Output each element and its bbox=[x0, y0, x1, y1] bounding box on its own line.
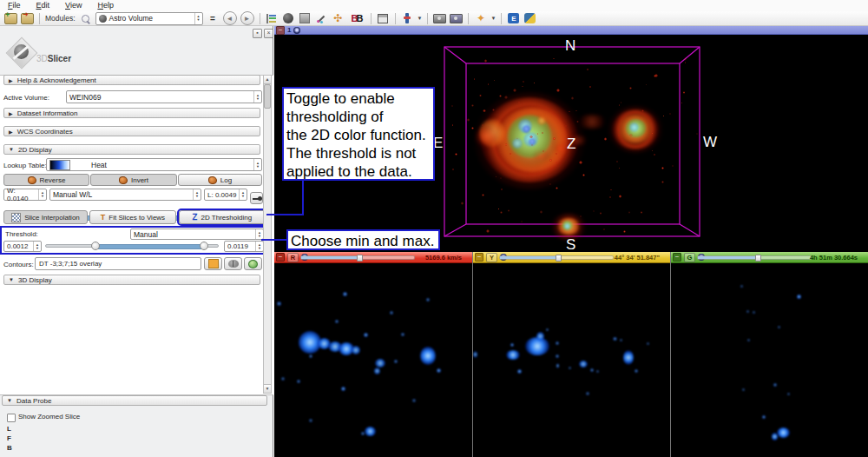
sparkle-icon[interactable]: ✦ bbox=[474, 13, 487, 24]
close-panel-icon[interactable]: × bbox=[264, 29, 273, 38]
log-icon bbox=[208, 176, 217, 184]
crosshair-slider-icon[interactable] bbox=[401, 13, 414, 24]
blob bbox=[309, 419, 312, 422]
noise-dot bbox=[471, 127, 474, 129]
save-data-icon[interactable]: ➜ bbox=[21, 13, 34, 24]
threshold-min-spinbox[interactable]: 0.0012 ▲▼ bbox=[3, 241, 42, 252]
slice-green-header[interactable]: – G 4h 51m 30.664s bbox=[671, 252, 868, 263]
show-zoomed-slice-checkbox[interactable] bbox=[7, 414, 16, 422]
contour-color-button[interactable] bbox=[204, 257, 222, 270]
markups-icon[interactable]: BB bbox=[348, 13, 365, 24]
contour-brain-button[interactable] bbox=[224, 257, 242, 270]
slider-handle[interactable] bbox=[357, 255, 363, 262]
threshold-mode-selector[interactable]: Manual ▲▼ bbox=[130, 228, 264, 240]
slice-green-viewport[interactable] bbox=[671, 263, 868, 457]
chevron-down-icon[interactable]: ▼ bbox=[418, 16, 423, 21]
log-button[interactable]: Log bbox=[178, 174, 262, 186]
active-volume-arrows[interactable]: ▲▼ bbox=[253, 91, 261, 103]
slice-interpolation-button[interactable]: Slice Interpolation bbox=[3, 210, 88, 224]
extension-manager-icon[interactable]: E bbox=[507, 13, 520, 24]
pin-button[interactable] bbox=[250, 192, 263, 204]
add-data-icon[interactable]: + bbox=[4, 13, 17, 24]
active-volume-selector[interactable]: WEIN069 ▲▼ bbox=[66, 90, 262, 103]
pin-panel-icon[interactable]: ▪ bbox=[253, 29, 262, 38]
slider-handle[interactable] bbox=[755, 255, 761, 262]
volumes-icon[interactable] bbox=[299, 13, 312, 24]
collapse-view-icon[interactable]: – bbox=[276, 253, 285, 262]
blob bbox=[773, 383, 777, 387]
module-selector-arrows[interactable]: ▲▼ bbox=[194, 13, 202, 24]
fit-slices-button[interactable]: T Fit Slices to Views bbox=[89, 210, 176, 224]
section-wcs-coordinates[interactable]: ▶ WCS Coordinates bbox=[3, 126, 260, 136]
menu-help[interactable]: Help bbox=[89, 0, 122, 10]
extensions-icon[interactable]: ✣ bbox=[332, 13, 345, 24]
slice-green-slider[interactable] bbox=[697, 255, 812, 260]
section-help-acknowledgement[interactable]: ▶ Help & Acknowledgement bbox=[3, 75, 260, 85]
noise-dot bbox=[504, 96, 508, 99]
invert-button[interactable]: Invert bbox=[90, 174, 177, 186]
volume-rendering-icon[interactable] bbox=[282, 13, 295, 24]
contour-sphere-button[interactable] bbox=[244, 257, 262, 270]
slice-yellow-viewport[interactable] bbox=[473, 263, 670, 457]
collapse-view-icon[interactable]: – bbox=[673, 253, 681, 262]
section-2d-display[interactable]: ▼ 2D Display bbox=[3, 144, 260, 155]
scrollbar-thumb[interactable] bbox=[264, 84, 271, 109]
invert-icon bbox=[119, 176, 128, 184]
layout-icon[interactable] bbox=[377, 13, 390, 24]
menu-view[interactable]: View bbox=[57, 0, 89, 10]
visibility-eye-icon[interactable] bbox=[293, 27, 300, 34]
slice-yellow-header[interactable]: – Y 44° 34' 51.847" bbox=[473, 252, 670, 263]
history-back-icon[interactable]: ◄ bbox=[223, 11, 237, 25]
blob bbox=[647, 342, 649, 345]
view3d-header[interactable]: – 1 bbox=[274, 26, 868, 35]
threshold-range-slider[interactable] bbox=[45, 244, 219, 248]
scroll-up-icon[interactable]: ▲ bbox=[264, 76, 271, 84]
collapse-view-icon[interactable]: – bbox=[276, 26, 285, 35]
2d-thresholding-button[interactable]: Ꮓ 2D Thresholding bbox=[179, 210, 266, 224]
slice-yellow-slider[interactable] bbox=[499, 255, 614, 260]
python-console-icon[interactable] bbox=[523, 13, 536, 24]
blob bbox=[390, 311, 393, 315]
threshold-max-spinbox[interactable]: 0.0119 ▲▼ bbox=[224, 241, 264, 252]
section-data-probe[interactable]: ▼ Data Probe bbox=[2, 395, 267, 406]
threshold-handle-max[interactable] bbox=[200, 242, 208, 250]
slice-red-slider[interactable] bbox=[300, 255, 415, 260]
menu-file[interactable]: File bbox=[0, 0, 29, 10]
segment-editor-icon[interactable] bbox=[315, 13, 328, 24]
history-forward-icon[interactable]: ► bbox=[240, 11, 254, 25]
noise-dot bbox=[486, 229, 490, 233]
slice-red-header[interactable]: – R 5169.6 km/s bbox=[274, 252, 472, 263]
invert-label: Invert bbox=[131, 176, 148, 184]
slice-view-green[interactable]: – G 4h 51m 30.664s bbox=[670, 252, 868, 457]
scene-capture-icon[interactable] bbox=[450, 13, 463, 24]
reverse-button[interactable]: Reverse bbox=[3, 174, 89, 186]
slice-view-red[interactable]: – R 5169.6 km/s bbox=[274, 252, 472, 457]
toolbar-separator bbox=[427, 13, 428, 24]
module-selector[interactable]: Astro Volume ▲▼ bbox=[95, 12, 203, 25]
collapse-view-icon[interactable]: – bbox=[475, 253, 483, 262]
modules-search-icon[interactable] bbox=[79, 13, 92, 24]
fit-slices-label: Fit Slices to Views bbox=[108, 214, 165, 222]
orientation-label-s: S bbox=[566, 236, 575, 252]
lookup-table-arrows[interactable]: ▲▼ bbox=[253, 159, 261, 170]
slice-view-yellow[interactable]: – Y 44° 34' 51.847" bbox=[472, 252, 670, 457]
section-3d-display[interactable]: ▼ 3D Display bbox=[3, 275, 260, 285]
contours-input[interactable]: DT -3;3;7;15 overlay bbox=[35, 257, 201, 270]
scroll-down-icon[interactable]: ▼ bbox=[264, 384, 271, 393]
toolbar-menu-icon[interactable]: = bbox=[207, 13, 220, 24]
level-spinbox[interactable]: L: 0.0049 ▲▼ bbox=[204, 189, 247, 201]
menu-edit[interactable]: Edit bbox=[29, 0, 58, 10]
noise-dot bbox=[616, 161, 618, 162]
slider-handle[interactable] bbox=[556, 255, 562, 262]
section-dataset-information[interactable]: ▶ Dataset Information bbox=[3, 108, 260, 118]
slice-red-viewport[interactable] bbox=[274, 263, 472, 457]
wl-mode-selector[interactable]: Manual W/L ▲▼ bbox=[49, 189, 201, 201]
lookup-table-selector[interactable]: Heat ▲▼ bbox=[46, 158, 262, 171]
panel-scrollbar[interactable]: ▲ ▼ bbox=[263, 75, 272, 394]
screenshot-icon[interactable] bbox=[433, 13, 446, 24]
chevron-down-icon[interactable]: ▼ bbox=[490, 16, 496, 21]
window-spinbox[interactable]: W: 0.0140 ▲▼ bbox=[3, 189, 47, 201]
blob bbox=[546, 328, 549, 331]
slice-green-value: 4h 51m 30.664s bbox=[810, 254, 858, 262]
subject-hierarchy-icon[interactable] bbox=[266, 13, 279, 24]
